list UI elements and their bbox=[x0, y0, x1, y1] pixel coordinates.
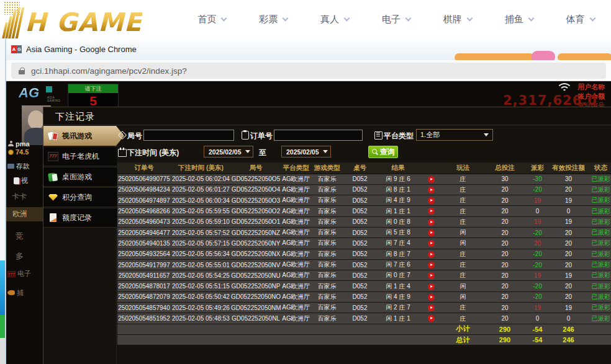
nav-item-lottery[interactable]: 彩票 bbox=[243, 0, 304, 39]
result-cell: 闲 8 庄 1 bbox=[377, 184, 419, 195]
replay-play-icon[interactable] bbox=[428, 187, 435, 193]
table-id-cell: D052 bbox=[343, 238, 377, 249]
platform-type-cell: AG欧洲厅 bbox=[281, 303, 311, 313]
replay-play-icon[interactable] bbox=[428, 208, 435, 215]
menu-item-table-games[interactable]: 桌面游戏 bbox=[43, 167, 117, 187]
replay-play-icon[interactable] bbox=[428, 219, 435, 226]
table-id-cell: D052 bbox=[343, 195, 377, 206]
replay-cell bbox=[419, 216, 443, 227]
result-cell: 闲 4 庄 9 bbox=[377, 291, 419, 302]
payout-cell: -20 bbox=[527, 291, 548, 302]
payout-cell: -20 bbox=[527, 184, 548, 195]
bet-time-cell: 2025-02-05 05:55:01 bbox=[171, 259, 231, 270]
nav-item-fishing[interactable]: 捕鱼 bbox=[488, 0, 550, 39]
valid-bet-cell: 20 bbox=[548, 281, 589, 291]
table-row: 2502050549179972025-02-05 05:55:01GD0522… bbox=[117, 259, 611, 270]
menu-item-electronic-slots[interactable]: 电子老虎机 bbox=[43, 146, 117, 166]
result-cell: 闲 5 庄 8 bbox=[377, 227, 419, 237]
game-type-cell: 百家乐 bbox=[311, 291, 343, 302]
table-header-row: 订单号下注时间 (美东)局号平台类型游戏类型桌号结果玩法总投注派彩有效投注额状态 bbox=[117, 162, 611, 174]
subtotal-bet-time-cell bbox=[171, 324, 231, 334]
replay-play-icon[interactable] bbox=[428, 304, 435, 311]
person-icon bbox=[8, 141, 14, 146]
platform-type-cell: AG欧洲厅 bbox=[281, 227, 311, 237]
status-cell: 已派彩 bbox=[589, 291, 611, 302]
address-bar[interactable]: gci.1hhapi.com/agingame/pcv2/index.jsp? bbox=[11, 63, 606, 79]
column-header: 局号 bbox=[231, 162, 281, 174]
table-row: 2502050649748972025-02-05 06:00:34GD0522… bbox=[117, 195, 611, 206]
bet-time-cell: 2025-02-05 05:57:52 bbox=[171, 227, 231, 237]
platform-type-cell: AG欧洲厅 bbox=[281, 270, 311, 281]
subtotal-payout-cell: -54 bbox=[527, 324, 548, 334]
play-type-cell: 庄 bbox=[443, 216, 483, 227]
round-id-cell: GD052252050NY bbox=[231, 238, 281, 249]
total-play-type-cell: 总计 bbox=[443, 334, 483, 345]
total-valid-bet-cell: 246 bbox=[548, 334, 589, 345]
deposit-link[interactable]: 存款 bbox=[7, 162, 30, 171]
filter-panel: 局号 订单号 平台类型 1.全部 下注时间 (美东) 2025/02/05 至 … bbox=[117, 125, 611, 162]
game-type-cell: 百家乐 bbox=[311, 206, 343, 216]
nav-item-sports[interactable]: 体育 bbox=[550, 0, 611, 39]
date-to-select[interactable]: 2025/02/05 bbox=[281, 146, 331, 158]
table-row: 2502050548720792025-02-05 05:50:42GD0522… bbox=[117, 291, 611, 302]
status-cell: 已派彩 bbox=[589, 270, 611, 281]
replay-play-icon[interactable] bbox=[428, 294, 435, 301]
nav-item-home[interactable]: 首页 bbox=[181, 0, 243, 39]
round-id-cell: GD052252050NL bbox=[231, 313, 281, 324]
play-type-cell: 庄 bbox=[443, 195, 483, 206]
window-titlebar[interactable]: AG Asia Gaming - Google Chrome bbox=[6, 39, 611, 60]
payout-cell: 19 bbox=[527, 303, 548, 313]
table-row: 2502050548579402025-02-05 05:49:26GD0522… bbox=[117, 303, 611, 313]
status-cell: 已派彩 bbox=[589, 303, 611, 313]
total-bet-cell: 20 bbox=[483, 291, 527, 302]
menu-item-live-video[interactable]: 视讯游戏 bbox=[43, 126, 124, 146]
bet-time-cell: 2025-02-05 06:00:34 bbox=[171, 195, 231, 206]
replay-play-icon[interactable] bbox=[428, 262, 435, 269]
menu-item-credit-records[interactable]: 额度记录 bbox=[43, 208, 117, 228]
total-order-id-cell bbox=[117, 334, 171, 345]
ag-logo: AG ASIA GAMING bbox=[19, 85, 63, 104]
search-button[interactable]: 查询 bbox=[368, 146, 398, 158]
replay-play-icon[interactable] bbox=[428, 272, 435, 279]
menu-item-points-query[interactable]: 积分查询 bbox=[43, 187, 117, 207]
date-from-select[interactable]: 2025/02/05 bbox=[204, 146, 253, 158]
subtotal-result-cell bbox=[377, 324, 419, 334]
replay-cell bbox=[419, 227, 443, 237]
result-cell: 闲 1 庄 4 bbox=[377, 281, 419, 291]
coin-icon bbox=[8, 149, 14, 155]
nav-item-slots[interactable]: 电子 bbox=[366, 0, 427, 39]
calendar-icon bbox=[118, 148, 126, 156]
replay-play-icon[interactable] bbox=[428, 176, 435, 183]
play-type-cell: 庄 bbox=[443, 184, 483, 195]
result-cell: 闲 8 庄 7 bbox=[377, 249, 419, 259]
replay-play-icon[interactable] bbox=[428, 197, 435, 204]
round-id-input[interactable] bbox=[143, 130, 234, 141]
table-id-cell: D052 bbox=[343, 206, 377, 216]
replay-play-icon[interactable] bbox=[428, 240, 435, 247]
order-id-input[interactable] bbox=[274, 130, 363, 141]
play-type-cell: 闲 bbox=[443, 238, 483, 249]
replay-cell bbox=[419, 206, 443, 216]
main-nav: 首页彩票真人电子棋牌捕鱼体育 bbox=[181, 0, 611, 39]
round-id-cell: GD052252050O3 bbox=[231, 195, 281, 206]
status-cell: 已派彩 bbox=[589, 206, 611, 216]
background-banner-blob bbox=[532, 51, 555, 60]
platform-type-select[interactable]: 1.全部 bbox=[416, 129, 493, 141]
replay-play-icon[interactable] bbox=[428, 283, 435, 290]
total-bet-cell: 20 bbox=[483, 195, 527, 206]
replay-cell bbox=[419, 281, 443, 291]
replay-play-icon[interactable] bbox=[428, 251, 435, 258]
result-cell: 闲 1 庄 1 bbox=[377, 313, 419, 324]
round-id-cell: GD052252050O4 bbox=[231, 184, 281, 195]
nav-item-live[interactable]: 真人 bbox=[304, 0, 366, 39]
replay-play-icon[interactable] bbox=[428, 315, 435, 322]
valid-bet-cell: 19 bbox=[548, 270, 589, 281]
total-table-id-cell bbox=[343, 334, 377, 345]
chevron-down-icon bbox=[221, 16, 227, 22]
total-bet-cell: 20 bbox=[483, 259, 527, 270]
cards-icon bbox=[48, 131, 58, 141]
replay-play-icon[interactable] bbox=[428, 229, 435, 236]
valid-bet-cell: 19 bbox=[548, 195, 589, 206]
round-id-label: 局号 bbox=[127, 131, 142, 141]
nav-item-chess[interactable]: 棋牌 bbox=[427, 0, 488, 39]
